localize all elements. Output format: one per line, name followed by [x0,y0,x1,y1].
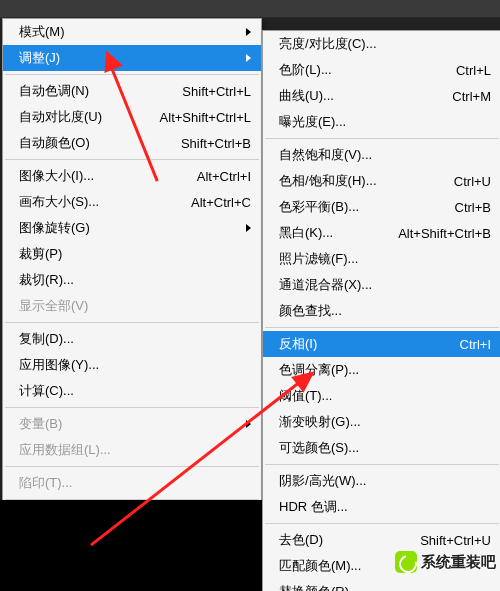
menu-item-label: 显示全部(V) [19,297,251,315]
menu-item[interactable]: 模式(M) [3,19,261,45]
menu-item[interactable]: 色彩平衡(B)...Ctrl+B [263,194,500,220]
menu-item-shortcut: Alt+Ctrl+I [189,169,251,184]
menu-item-label: 自动颜色(O) [19,134,173,152]
menu-item[interactable]: 画布大小(S)...Alt+Ctrl+C [3,189,261,215]
menu-item[interactable]: 可选颜色(S)... [263,435,500,461]
submenu-arrow-icon [246,28,251,36]
menu-item[interactable]: 图像旋转(G) [3,215,261,241]
menu-item-shortcut: Shift+Ctrl+U [412,533,491,548]
menu-item-label: 调整(J) [19,49,238,67]
menu-item-label: HDR 色调... [279,498,491,516]
menu-item[interactable]: 裁切(R)... [3,267,261,293]
watermark-icon [395,551,417,573]
menu-item[interactable]: 裁剪(P) [3,241,261,267]
menu-separator [5,159,259,160]
menu-item-shortcut: Ctrl+L [448,63,491,78]
menu-item[interactable]: HDR 色调... [263,494,500,520]
menu-item-label: 通道混合器(X)... [279,276,491,294]
menu-item[interactable]: 复制(D)... [3,326,261,352]
menu-item-label: 色阶(L)... [279,61,448,79]
menu-item: 陷印(T)... [3,470,261,496]
menu-item-label: 应用图像(Y)... [19,356,251,374]
menu-item[interactable]: 黑白(K)...Alt+Shift+Ctrl+B [263,220,500,246]
submenu-arrow-icon [246,54,251,62]
watermark: 系统重装吧 [395,551,496,573]
menu-item-label: 陷印(T)... [19,474,251,492]
image-menu[interactable]: 模式(M)调整(J)自动色调(N)Shift+Ctrl+L自动对比度(U)Alt… [2,18,262,530]
menu-item[interactable]: 应用图像(Y)... [3,352,261,378]
menu-item[interactable]: 去色(D)Shift+Ctrl+U [263,527,500,553]
menu-separator [265,523,499,524]
menu-item-label: 画布大小(S)... [19,193,183,211]
menu-item-label: 裁剪(P) [19,245,251,263]
menu-item: 变量(B) [3,411,261,437]
menu-item-label: 变量(B) [19,415,238,433]
menu-item-label: 自动色调(N) [19,82,174,100]
menu-item-label: 去色(D) [279,531,412,549]
adjustments-submenu[interactable]: 亮度/对比度(C)...色阶(L)...Ctrl+L曲线(U)...Ctrl+M… [262,30,500,591]
menu-item-shortcut: Ctrl+I [452,337,491,352]
submenu-arrow-icon [246,224,251,232]
menu-item-label: 替换颜色(R)... [279,583,491,591]
menu-item-shortcut: Shift+Ctrl+B [173,136,251,151]
menu-item-label: 反相(I) [279,335,452,353]
menu-separator [5,322,259,323]
menu-item-label: 色彩平衡(B)... [279,198,447,216]
menu-item-label: 曲线(U)... [279,87,444,105]
menu-item[interactable]: 替换颜色(R)... [263,579,500,591]
menu-item-label: 图像旋转(G) [19,219,238,237]
menu-item-label: 裁切(R)... [19,271,251,289]
menu-item-label: 计算(C)... [19,382,251,400]
menu-separator [5,74,259,75]
menu-item[interactable]: 计算(C)... [3,378,261,404]
menu-item: 显示全部(V) [3,293,261,319]
menu-separator [265,464,499,465]
menu-item[interactable]: 图像大小(I)...Alt+Ctrl+I [3,163,261,189]
menu-item-label: 渐变映射(G)... [279,413,491,431]
watermark-text: 系统重装吧 [421,553,496,572]
menu-item-shortcut: Shift+Ctrl+L [174,84,251,99]
menu-separator [5,407,259,408]
menu-item-shortcut: Ctrl+B [447,200,491,215]
menu-item[interactable]: 反相(I)Ctrl+I [263,331,500,357]
menu-item[interactable]: 阴影/高光(W)... [263,468,500,494]
menu-item-label: 自然饱和度(V)... [279,146,491,164]
menu-item-label: 照片滤镜(F)... [279,250,491,268]
menu-separator [265,327,499,328]
menu-item[interactable]: 色阶(L)...Ctrl+L [263,57,500,83]
menu-item-label: 颜色查找... [279,302,491,320]
menu-item-shortcut: Alt+Ctrl+C [183,195,251,210]
top-toolbar [0,0,500,18]
menu-item[interactable]: 照片滤镜(F)... [263,246,500,272]
menu-item[interactable]: 色相/饱和度(H)...Ctrl+U [263,168,500,194]
menu-item[interactable]: 通道混合器(X)... [263,272,500,298]
menu-item-label: 色相/饱和度(H)... [279,172,446,190]
menu-item-label: 亮度/对比度(C)... [279,35,491,53]
menu-item-label: 模式(M) [19,23,238,41]
menu-item-label: 阴影/高光(W)... [279,472,491,490]
menu-item[interactable]: 曝光度(E)... [263,109,500,135]
menu-item-label: 黑白(K)... [279,224,390,242]
menu-item-label: 图像大小(I)... [19,167,189,185]
menu-item-shortcut: Alt+Shift+Ctrl+B [390,226,491,241]
menu-item-label: 阈值(T)... [279,387,491,405]
menu-separator [265,138,499,139]
menu-item-label: 复制(D)... [19,330,251,348]
menu-item-label: 可选颜色(S)... [279,439,491,457]
menu-item-shortcut: Ctrl+M [444,89,491,104]
menu-item[interactable]: 自然饱和度(V)... [263,142,500,168]
menu-item[interactable]: 颜色查找... [263,298,500,324]
menu-item[interactable]: 亮度/对比度(C)... [263,31,500,57]
menu-item[interactable]: 曲线(U)...Ctrl+M [263,83,500,109]
menu-item[interactable]: 调整(J) [3,45,261,71]
menu-item[interactable]: 自动色调(N)Shift+Ctrl+L [3,78,261,104]
menu-item[interactable]: 渐变映射(G)... [263,409,500,435]
menu-item-shortcut: Alt+Shift+Ctrl+L [152,110,251,125]
menu-item-shortcut: Ctrl+U [446,174,491,189]
menu-item-label: 曝光度(E)... [279,113,491,131]
menu-item[interactable]: 自动颜色(O)Shift+Ctrl+B [3,130,261,156]
menu-separator [5,466,259,467]
